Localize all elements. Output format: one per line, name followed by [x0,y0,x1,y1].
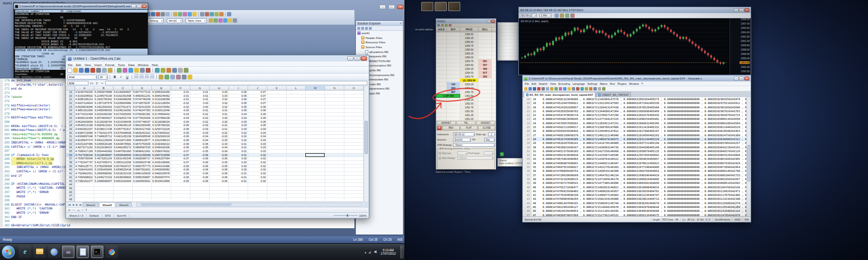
spreadsheet-cell[interactable]: 4.8384722968 [75,131,94,135]
replace-icon[interactable] [580,87,584,91]
buy-cell[interactable] [447,98,460,101]
menu-item-plugins[interactable]: Plugins [617,81,627,86]
spreadsheet-cell[interactable] [267,124,287,128]
spreadsheet-cell[interactable] [325,176,344,180]
spreadsheet-cell[interactable] [152,198,171,202]
spreadsheet-cell[interactable]: 6.3368374002 [152,150,171,154]
buy-cell[interactable] [447,102,460,105]
desktop-icon-label[interactable]: un petit cadeau [414,28,434,31]
spreadsheet-cell[interactable] [248,183,267,187]
row-header[interactable]: 38 [66,161,75,165]
solution-explorer-item[interactable]: Source Files [356,45,403,50]
hyperlink-icon[interactable] [146,68,151,73]
spreadsheet-cell[interactable] [133,198,152,202]
drawing-tools-icon[interactable] [565,13,569,18]
spreadsheet-cell[interactable] [344,168,364,172]
bold-icon[interactable] [112,74,117,79]
spreadsheet-cell[interactable]: 0.03 [210,91,229,94]
spreadsheet-cell[interactable] [306,131,325,135]
spreadsheet-cell[interactable]: 0.00 [210,120,229,124]
menu-item-view[interactable]: View [85,62,91,66]
solution-explorer-item[interactable]: Resource Files [356,40,403,45]
vs-toolbar-icon[interactable] [227,12,231,16]
last-sheet-icon[interactable] [79,202,83,207]
spreadsheet-cell[interactable]: 5.6574818727 [113,165,133,169]
spreadsheet-cell[interactable]: 5.6509698654 [113,154,133,157]
spreadsheet-cell[interactable] [113,198,133,202]
spreadsheet-cell[interactable] [344,102,364,105]
hold-cell[interactable] [436,44,447,47]
spreadsheet-cell[interactable]: 5.9870753605 [133,143,152,146]
column-header-C[interactable]: C [113,86,133,91]
macro-play-icon[interactable] [606,87,610,91]
spreadsheet-cell[interactable] [75,187,94,191]
visual-studio-icon[interactable] [62,246,75,258]
row-header[interactable]: 42 [66,176,75,180]
spreadsheet-cell[interactable]: 6.3444141986 [152,165,171,169]
spreadsheet-cell[interactable]: 0.00 [190,102,210,105]
row-header[interactable]: 22 [66,102,75,105]
spreadsheet-cell[interactable]: 6.3065302066 [152,91,171,94]
vs-toolbar-icon[interactable] [156,12,160,16]
sell-cell[interactable] [478,78,492,82]
menu-item-edit[interactable]: Edit [76,62,81,66]
maximize-icon[interactable] [354,56,360,61]
spreadsheet-cell[interactable] [306,194,325,198]
spreadsheet-cell[interactable] [306,150,325,154]
spreadsheet-cell[interactable]: 0.06 [248,105,267,109]
spreadsheet-cell[interactable] [248,194,267,198]
spreadsheet-cell[interactable]: 6.1802783342 [94,98,113,102]
spreadsheet-cell[interactable] [344,120,364,124]
spreadsheet-cell[interactable] [229,191,248,195]
spreadsheet-cell[interactable] [210,187,229,191]
spreadsheet-cell[interactable] [306,135,325,139]
spreadsheet-cell[interactable] [306,168,325,172]
spreadsheet-cell[interactable]: 4.7917536344 [75,154,94,157]
spreadsheet-cell[interactable] [287,172,306,176]
spreadsheet-cell[interactable]: 5.9801583465 [133,124,152,128]
spreadsheet-cell[interactable] [325,105,344,109]
spreadsheet-cell[interactable] [306,102,325,105]
spreadsheet-cell[interactable]: -0.06 [190,161,210,165]
openoffice-calc-icon[interactable] [76,246,89,258]
spreadsheet-cell[interactable]: -0.06 [190,157,210,161]
spreadsheet-cell[interactable]: -0.06 [190,176,210,180]
spreadsheet-cell[interactable]: 6.3235780030 [152,124,171,128]
spreadsheet-cell[interactable] [325,150,344,154]
spreadsheet-cell[interactable]: 5.9884587633 [133,146,152,150]
spreadsheet-cell[interactable]: 0.06 [229,91,248,94]
minimize-icon[interactable] [734,8,739,12]
view-code-icon[interactable] [369,27,372,30]
spreadsheet-cell[interactable] [325,91,344,94]
spreadsheet-cell[interactable]: -0.07 [171,161,190,165]
spreadsheet-cell[interactable]: 5.9690911241 [133,94,152,98]
spreadsheet-cell[interactable]: -0.06 [171,172,190,176]
price-cell[interactable]: 1352.25 [460,98,478,101]
spreadsheet-cell[interactable]: 0.00 [190,105,210,109]
spreadsheet-cell[interactable]: 5.6661642663 [113,180,133,183]
spreadsheet-cell[interactable]: -0.05 [171,128,190,131]
spreadsheet-cell[interactable]: 0.03 [248,143,267,146]
spreadsheet-cell[interactable]: -0.07 [171,154,190,157]
sell-cell[interactable] [478,36,492,39]
spreadsheet-cell[interactable] [210,183,229,187]
spreadsheet-cell[interactable] [325,131,344,135]
spreadsheet-cell[interactable] [306,98,325,102]
photo-thumbnail[interactable] [448,2,460,11]
spreadsheet-cell[interactable] [344,128,364,131]
vs-toolbar-icon[interactable] [228,18,232,23]
spreadsheet-cell[interactable]: 0.03 [210,94,229,98]
spreadsheet-cell[interactable]: 0.03 [229,128,248,131]
formula-icon[interactable] [100,82,104,85]
spreadsheet-cell[interactable] [325,172,344,176]
minimize-icon[interactable] [734,77,739,80]
spreadsheet-cell[interactable] [306,139,325,143]
hold-cell[interactable] [436,63,447,66]
spreadsheet-cell[interactable] [267,187,287,191]
spreadsheet-cell[interactable]: 0.02 [210,105,229,109]
spreadsheet-cell[interactable] [287,176,306,180]
spreadsheet-cell[interactable] [267,150,287,154]
spreadsheet-cell[interactable] [267,198,287,202]
price-cell[interactable]: 1351.50 [460,109,478,113]
sell-cell[interactable] [478,90,492,93]
